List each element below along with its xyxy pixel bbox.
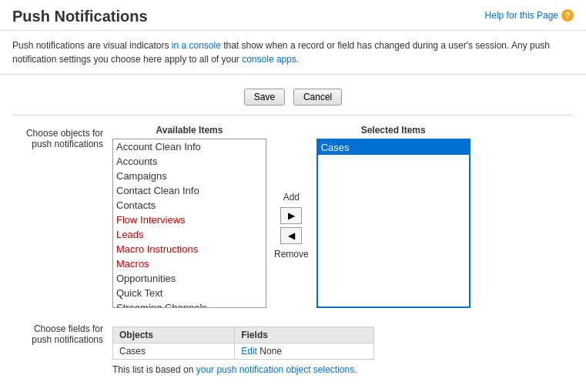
remove-button[interactable]: ◀: [280, 227, 302, 244]
list-item[interactable]: Streaming Channels: [113, 300, 266, 308]
list-item[interactable]: Accounts: [113, 154, 266, 169]
selected-items-section: Selected Items Cases: [316, 125, 470, 308]
selected-items-list[interactable]: Cases: [316, 139, 470, 308]
choose-fields-section: Choose fields for push notifications Obj…: [12, 320, 574, 375]
add-icon: ▶: [288, 210, 295, 221]
add-button[interactable]: ▶: [280, 207, 302, 224]
toolbar: Save Cancel: [12, 82, 574, 116]
list-item-cases[interactable]: Cases: [318, 140, 469, 155]
fields-value: None: [260, 346, 282, 357]
list-item[interactable]: Flow Interviews: [113, 213, 266, 227]
dual-list-container: Available Items Account Clean Info Accou…: [112, 125, 574, 308]
page-container: Push Notifications Help for this Page ? …: [0, 0, 586, 392]
edit-link[interactable]: Edit: [241, 346, 257, 357]
fields-section: Objects Fields Cases Edit None: [112, 327, 374, 375]
help-link-label: Help for this Page: [485, 10, 558, 21]
content-area: Save Cancel Choose objects for push noti…: [0, 75, 586, 392]
object-cell: Cases: [113, 343, 235, 360]
page-title: Push Notifications: [12, 8, 148, 25]
list-item[interactable]: Campaigns: [113, 169, 266, 183]
list-item[interactable]: Macros: [113, 256, 266, 271]
remove-icon: ◀: [288, 230, 295, 241]
save-button[interactable]: Save: [244, 89, 285, 106]
fields-table: Objects Fields Cases Edit None: [112, 327, 374, 360]
table-row: Cases Edit None: [113, 343, 374, 360]
list-item[interactable]: Contact Clean Info: [113, 183, 266, 198]
selected-items-label: Selected Items: [361, 125, 426, 136]
list-item[interactable]: Contacts: [113, 198, 266, 213]
list-item[interactable]: Opportunities: [113, 271, 266, 286]
description: Push notifications are visual indicators…: [0, 31, 586, 75]
page-header: Push Notifications Help for this Page ?: [0, 0, 586, 31]
available-items-label: Available Items: [156, 125, 223, 136]
help-link[interactable]: Help for this Page ?: [485, 9, 574, 22]
fields-note: This list is based on your push notifica…: [112, 364, 374, 375]
description-text: Push notifications are visual indicators…: [12, 40, 550, 65]
choose-fields-label: Choose fields for push notifications: [12, 320, 112, 345]
add-label: Add: [283, 192, 300, 203]
col-objects: Objects: [113, 327, 235, 343]
choose-objects-label: Choose objects for push notifications: [12, 125, 112, 149]
list-item[interactable]: Quick Text: [113, 286, 266, 300]
fields-cell: Edit None: [235, 343, 374, 360]
remove-label: Remove: [274, 249, 309, 260]
list-item[interactable]: Macro Instructions: [113, 242, 266, 256]
list-item[interactable]: Account Clean Info: [113, 139, 266, 154]
help-icon: ?: [561, 9, 574, 22]
available-items-list[interactable]: Account Clean Info Accounts Campaigns Co…: [112, 139, 266, 308]
available-items-section: Available Items Account Clean Info Accou…: [112, 125, 266, 308]
list-item[interactable]: Leads: [113, 227, 266, 242]
transfer-buttons: Add ▶ ◀ Remove: [274, 192, 309, 260]
cancel-button[interactable]: Cancel: [293, 89, 342, 106]
fields-note-text: This list is based on your push notifica…: [112, 364, 357, 375]
choose-objects-section: Choose objects for push notifications Av…: [12, 125, 574, 308]
col-fields: Fields: [235, 327, 374, 343]
